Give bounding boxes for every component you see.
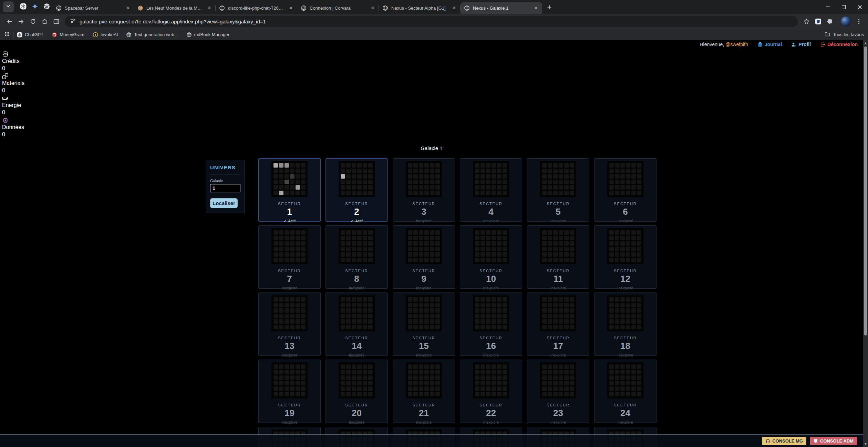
sector-card[interactable]: SECTEUR16Inexploré [460,292,522,356]
reload-button[interactable] [27,16,39,28]
mini-map-cell [368,241,373,246]
bookmark-item[interactable]: Text generation web... [126,32,178,38]
mini-map-cell [435,241,440,246]
profil-link[interactable]: Profil [791,42,811,47]
sector-number: 16 [486,341,496,351]
mini-map-cell [419,370,423,374]
tab[interactable]: Nexus - Secteur Alpha [G1] [379,2,461,14]
mini-map-cell [290,180,294,184]
extensions-button[interactable] [824,16,836,28]
mini-map-cell [290,314,294,318]
tab[interactable]: Spacebar Server [52,2,134,14]
sector-card[interactable]: SECTEUR12Inexploré [594,225,657,289]
page-scrollbar[interactable]: ▲ ▼ [863,40,868,447]
sector-card[interactable]: SECTEUR13Inexploré [258,292,321,356]
tab-close-icon[interactable] [125,5,131,11]
browser-menu-button[interactable] [853,16,865,28]
sector-label: SECTEUR [479,336,503,340]
mini-map-cell [290,169,294,173]
sector-card[interactable]: SECTEUR2✓Actif [326,158,388,222]
url-text[interactable]: galactic-pve-conquest-c7fe.dev.flatlogic… [80,19,266,24]
mini-map-cell [548,364,552,369]
mini-map-cell [273,325,278,329]
tab-close-icon[interactable] [207,5,212,11]
mini-map-cell [564,319,569,324]
pinned-tab[interactable] [29,1,41,13]
forward-button[interactable] [15,16,27,28]
sector-card[interactable]: SECTEUR18Inexploré [594,292,657,356]
bookmark-star-button[interactable] [800,16,812,28]
pinned-tab[interactable] [17,1,29,13]
sector-card[interactable]: SECTEUR22Inexploré [460,360,522,423]
sector-card[interactable]: SECTEUR7Inexploré [258,225,321,289]
sector-card[interactable]: SECTEUR17Inexploré [527,292,589,356]
journal-link[interactable]: Journal [757,42,782,47]
sector-card[interactable]: SECTEUR19Inexploré [258,360,321,423]
scroll-up-arrow-icon[interactable]: ▲ [863,40,868,46]
sector-card[interactable]: SECTEUR3Inexploré [393,158,455,222]
sector-card[interactable]: SECTEUR20Inexploré [326,360,388,423]
new-tab-button[interactable] [544,3,555,13]
scrollbar-thumb[interactable] [864,46,867,336]
mini-map-cell [430,241,434,246]
minimize-button[interactable] [819,0,836,14]
sector-card[interactable]: SECTEUR1✓Actif [258,158,321,222]
sector-card[interactable]: SECTEUR21Inexploré [393,360,455,423]
address-bar[interactable]: galactic-pve-conquest-c7fe.dev.flatlogic… [65,16,798,27]
mini-map-cell [570,325,574,329]
tab[interactable]: Connexion | Corvara [297,2,379,14]
tab-close-icon[interactable] [533,5,539,11]
mini-map-cell [570,381,574,385]
sector-card[interactable]: SECTEUR4Inexploré [460,158,522,222]
galaxie-input[interactable] [210,184,240,192]
extension-shortcut-button[interactable] [812,16,824,28]
side-panel-button[interactable] [50,16,62,28]
home-button[interactable] [39,16,50,28]
mini-map-cell [368,370,373,374]
sector-card[interactable]: SECTEUR6Inexploré [594,158,657,222]
sector-card[interactable]: SECTEUR14Inexploré [326,292,388,356]
mini-map-cell [430,297,434,302]
tab-search-button[interactable] [3,1,14,12]
sector-card[interactable]: SECTEUR23Inexploré [527,360,589,423]
sector-card[interactable]: SECTEUR10Inexploré [460,225,522,289]
console-mg-button[interactable]: CONSOLE MG [762,437,806,445]
tab[interactable]: Les Neuf Mondes de la Mytholo [134,2,216,14]
bookmark-item[interactable]: ChatGPT [17,32,43,38]
sector-card[interactable]: SECTEUR24Inexploré [594,360,657,423]
sector-label: SECTEUR [412,403,435,407]
close-window-button[interactable]: × [852,0,868,14]
sector-card[interactable]: SECTEUR5Inexploré [527,158,589,222]
maximize-button[interactable] [836,0,852,14]
bookmark-item[interactable]: InvokeAI [93,32,118,38]
mini-map-cell [279,314,283,318]
mini-map-cell [363,236,367,240]
sector-mini-map [339,228,375,264]
mini-map-cell [352,375,356,380]
sector-card[interactable]: SECTEUR9Inexploré [393,225,455,289]
sector-mini-map [339,161,375,197]
back-button[interactable] [3,16,15,28]
apps-grid-icon[interactable] [4,31,10,38]
tab-close-icon[interactable] [370,5,375,11]
tab[interactable]: discord-like-php-chat-7262.dev [216,2,297,14]
localiser-button[interactable]: Localiser [210,198,238,208]
tab-close-icon[interactable] [452,5,457,11]
tune-icon[interactable] [70,18,76,25]
sector-card[interactable]: SECTEUR11Inexploré [527,225,589,289]
tab[interactable]: Nexus - Galaxie 1 [461,2,542,14]
bookmark-item[interactable]: MoneyGram [52,32,84,38]
tab-close-icon[interactable] [288,5,294,11]
sector-card[interactable]: SECTEUR8Inexploré [326,225,388,289]
sector-card[interactable]: SECTEUR15Inexploré [393,292,455,356]
scroll-down-arrow-icon[interactable]: ▼ [863,441,868,447]
invokeai-icon [93,32,98,38]
profile-avatar[interactable] [841,17,851,26]
deconnexion-link[interactable]: Déconnexion [820,42,858,47]
bookmark-item[interactable]: mdBook Manager [186,32,230,38]
mini-map-cell [486,163,490,168]
all-bookmarks-button[interactable]: Tous les favoris [825,31,864,38]
console-adm-button[interactable]: CONSOLE ADM [810,437,857,445]
mini-map-cell [301,169,306,173]
pinned-tab[interactable] [41,1,52,13]
